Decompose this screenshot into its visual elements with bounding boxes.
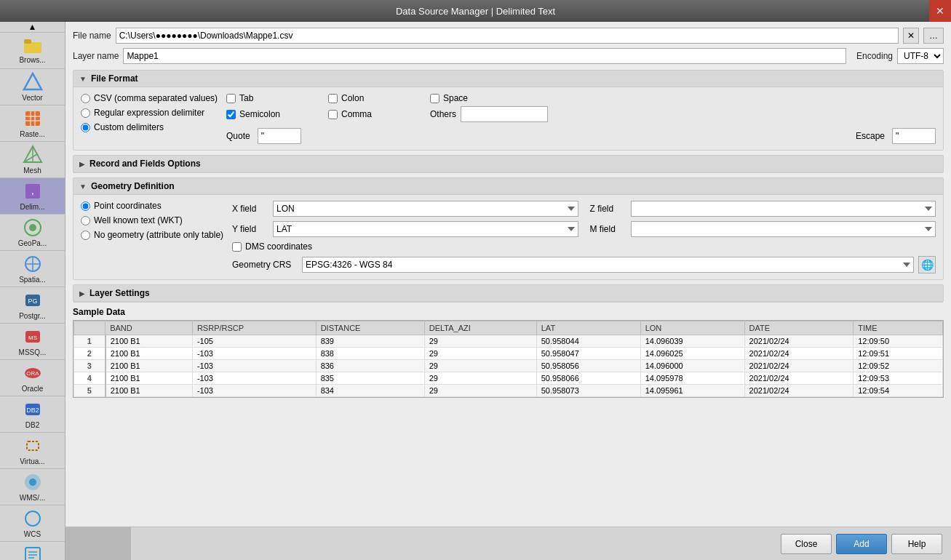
layer-settings-title: Layer Settings: [89, 288, 150, 298]
sidebar-label-raster: Raste...: [20, 130, 44, 138]
browse-button[interactable]: …: [923, 28, 944, 44]
no-geometry-radio-item[interactable]: No geometry (attribute only table): [81, 230, 226, 240]
sidebar-item-spatial[interactable]: Spatia...: [0, 251, 65, 287]
record-fields-header[interactable]: ▶ Record and Fields Options: [73, 156, 943, 172]
add-button[interactable]: Add: [836, 534, 887, 554]
sidebar-item-oracle[interactable]: ORA Oracle: [0, 360, 65, 396]
table-cell: 2021/02/24: [744, 335, 853, 348]
layer-settings-section: ▶ Layer Settings: [73, 284, 944, 303]
csv-radio-item[interactable]: CSV (comma separated values): [81, 93, 226, 103]
semicolon-checkbox[interactable]: [226, 110, 236, 119]
custom-radio[interactable]: [81, 123, 90, 132]
sidebar-item-wms[interactable]: WMS/...: [0, 469, 65, 505]
sidebar-item-delimited[interactable]: , Delim...: [0, 178, 65, 215]
comma-checkbox[interactable]: [328, 110, 338, 119]
y-field-label: Y field: [232, 224, 268, 234]
m-field-select[interactable]: [631, 221, 936, 237]
sidebar-scroll-up[interactable]: ▲: [0, 22, 65, 33]
regex-radio[interactable]: [81, 108, 90, 118]
sidebar-label-vector: Vector: [22, 94, 42, 102]
svg-rect-3: [25, 111, 40, 126]
record-fields-title: Record and Fields Options: [89, 159, 201, 169]
y-field-select[interactable]: LAT: [273, 221, 578, 237]
colon-checkbox-item[interactable]: Colon: [328, 93, 415, 103]
sidebar-label-geopackage: GeoPa...: [18, 239, 47, 247]
wkt-radio-item[interactable]: Well known text (WKT): [81, 215, 226, 225]
regex-radio-item[interactable]: Regular expression delimiter: [81, 108, 226, 118]
sidebar-item-vector[interactable]: Vector: [0, 69, 65, 105]
sidebar-item-db2[interactable]: DB2 DB2: [0, 396, 65, 433]
others-label: Others: [430, 109, 456, 119]
table-cell: 14.095978: [640, 372, 744, 385]
crs-globe-button[interactable]: 🌐: [918, 256, 936, 273]
row-number: 5: [74, 385, 106, 397]
z-field-row: Z field: [590, 201, 936, 217]
csv-radio[interactable]: [81, 94, 90, 103]
table-cell: 29: [424, 372, 536, 385]
sidebar-item-mssql[interactable]: MS MSSQ...: [0, 324, 65, 360]
tab-checkbox-item[interactable]: Tab: [226, 93, 314, 103]
sidebar-item-wcs[interactable]: WCS: [0, 505, 65, 542]
geometry-header[interactable]: ▼ Geometry Definition: [73, 178, 943, 195]
sidebar-item-raster[interactable]: Raste...: [0, 105, 65, 142]
custom-radio-item[interactable]: Custom delimiters: [81, 122, 226, 132]
crs-select[interactable]: EPSG:4326 - WGS 84: [302, 257, 914, 273]
point-coords-radio[interactable]: [81, 201, 90, 211]
col-header-row-num: [74, 321, 106, 335]
no-geometry-radio[interactable]: [81, 231, 90, 240]
x-field-select[interactable]: LON: [273, 201, 578, 217]
sidebar-item-geopackage[interactable]: GeoPa...: [0, 215, 65, 251]
dms-row: DMS coordinates: [232, 241, 936, 252]
table-cell: 838: [316, 348, 424, 360]
folder-icon: [21, 37, 44, 55]
table-cell: 12:09:51: [853, 348, 943, 360]
file-format-header[interactable]: ▼ File Format: [73, 71, 943, 87]
geometry-type-options: Point coordinates Well known text (WKT) …: [81, 201, 226, 273]
encoding-select[interactable]: UTF-8: [897, 48, 944, 64]
close-window-button[interactable]: ✕: [929, 0, 951, 22]
table-cell: 2021/02/24: [744, 372, 853, 385]
dms-checkbox[interactable]: [232, 242, 242, 252]
sidebar-item-virtual[interactable]: Virtua...: [0, 433, 65, 469]
mssql-icon: MS: [21, 327, 44, 347]
sample-table-body: 12100 B1-1058392950.95804414.0960392021/…: [74, 335, 943, 397]
file-format-title: File Format: [91, 73, 138, 84]
m-field-label: M field: [590, 224, 626, 234]
x-field-row: X field LON: [232, 201, 578, 217]
table-cell: 12:09:54: [853, 385, 943, 397]
table-cell: 2021/02/24: [744, 385, 853, 397]
others-input[interactable]: [461, 106, 548, 122]
sidebar-label-mesh: Mesh: [23, 167, 41, 175]
comma-checkbox-item[interactable]: Comma: [328, 106, 415, 122]
filename-input[interactable]: [116, 28, 899, 44]
wkt-radio[interactable]: [81, 216, 90, 225]
clear-filename-button[interactable]: ✕: [903, 28, 919, 44]
sidebar-item-postgis[interactable]: PG Postgr...: [0, 287, 65, 324]
col-header-distance: DISTANCE: [316, 321, 424, 335]
table-cell: 835: [316, 372, 424, 385]
dms-checkbox-item[interactable]: DMS coordinates: [232, 241, 936, 252]
table-cell: 2021/02/24: [744, 360, 853, 372]
table-header-row: BAND RSRP/RSCP DISTANCE DELTA_AZI LAT LO…: [74, 321, 943, 335]
space-checkbox[interactable]: [430, 94, 439, 103]
sidebar-item-mesh[interactable]: Mesh: [0, 142, 65, 178]
space-checkbox-item[interactable]: Space: [430, 93, 468, 103]
z-field-select[interactable]: [631, 201, 936, 217]
layer-settings-header[interactable]: ▶ Layer Settings: [73, 285, 943, 302]
quote-input[interactable]: [258, 128, 301, 144]
sidebar-item-wfs[interactable]: WFS / OGC API: [0, 542, 65, 560]
window-title: Data Source Manager | Delimited Text: [396, 6, 555, 17]
semicolon-checkbox-item[interactable]: Semicolon: [226, 106, 314, 122]
table-cell: 29: [424, 360, 536, 372]
colon-checkbox[interactable]: [328, 94, 338, 103]
wms-icon: [21, 472, 44, 492]
raster-icon: [21, 108, 44, 129]
tab-checkbox[interactable]: [226, 94, 236, 103]
sidebar-item-browser[interactable]: Brows...: [0, 33, 65, 69]
close-button[interactable]: Close: [781, 534, 832, 554]
escape-input[interactable]: [892, 128, 936, 144]
point-coords-radio-item[interactable]: Point coordinates: [81, 201, 226, 211]
layername-input[interactable]: [123, 48, 846, 64]
no-geometry-label: No geometry (attribute only table): [94, 230, 223, 240]
help-button[interactable]: Help: [891, 534, 942, 554]
